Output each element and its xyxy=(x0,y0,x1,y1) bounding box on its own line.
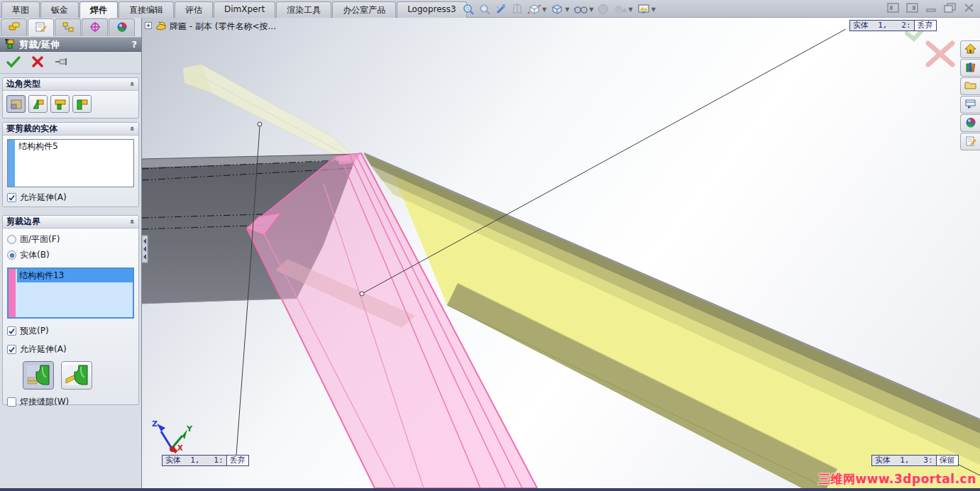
display-style-icon[interactable]: ▼ xyxy=(549,2,570,16)
hide-show-items-icon[interactable]: ▼ xyxy=(572,2,594,16)
watermark: 三维网www.3dportal.cn xyxy=(818,471,976,487)
trim-boundary-list[interactable]: 结构构件13 xyxy=(7,267,134,319)
panel-splitter-handle[interactable] xyxy=(142,236,148,263)
end-butt1-button[interactable] xyxy=(50,95,70,113)
task-pane-appearances-tab[interactable] xyxy=(960,114,980,132)
checkbox-checked-icon[interactable] xyxy=(7,326,16,336)
trim-result-buttons xyxy=(23,361,138,390)
appearances-sphere-icon xyxy=(965,117,976,130)
group-corner-type: 边角类型 « xyxy=(2,77,139,118)
confirm-cancel-icon[interactable] xyxy=(928,43,952,65)
callout-action-button[interactable]: 丢弃 xyxy=(226,456,248,465)
dropdown-arrow-icon[interactable]: ▼ xyxy=(542,6,546,13)
dropdown-arrow-icon[interactable]: ▼ xyxy=(651,6,656,13)
task-pane-tabs xyxy=(960,40,980,150)
dropdown-arrow-icon[interactable]: ▼ xyxy=(589,6,593,13)
radio-face-plane-row: 面/平面(F) xyxy=(7,233,138,246)
radio-label[interactable]: 面/平面(F) xyxy=(20,233,60,246)
zoom-to-area-icon[interactable] xyxy=(478,2,492,16)
restore-icon[interactable] xyxy=(944,3,957,15)
3d-scene[interactable]: Z Y X xyxy=(142,18,980,488)
tab-property-manager[interactable] xyxy=(28,18,54,36)
tab-sketch[interactable]: 草图 xyxy=(1,1,40,18)
tab-office-products[interactable]: 办公室产品 xyxy=(332,1,396,18)
tree-expand-icon[interactable] xyxy=(145,22,153,32)
checkbox-checked-icon[interactable] xyxy=(7,345,16,354)
bodies-to-trim-list[interactable]: 结构构件5 xyxy=(7,139,134,187)
tab-direct-editing[interactable]: 直接编辑 xyxy=(119,1,174,18)
cancel-button[interactable] xyxy=(31,55,44,70)
tab-feature-manager[interactable] xyxy=(1,18,27,36)
tab-sheet-metal[interactable]: 钣金 xyxy=(40,1,79,18)
ok-button[interactable] xyxy=(6,55,21,70)
checkbox-unchecked-icon[interactable] xyxy=(7,397,16,407)
end-miter-button[interactable] xyxy=(28,95,48,113)
checkbox-label[interactable]: 允许延伸(A) xyxy=(20,343,67,355)
group-header-bodies[interactable]: 要剪裁的实体 « xyxy=(3,123,138,136)
radio-selected-icon[interactable] xyxy=(7,250,16,260)
radio-label[interactable]: 实体(B) xyxy=(20,249,50,261)
tab-configuration-manager[interactable] xyxy=(55,18,81,36)
display-manager-icon xyxy=(116,21,128,35)
zoom-to-fit-icon[interactable] xyxy=(461,2,475,16)
corner-type-buttons xyxy=(3,91,138,117)
group-header-corner-type[interactable]: 边角类型 « xyxy=(3,78,138,91)
view-orientation-icon[interactable]: ▼ xyxy=(527,2,547,16)
tab-dimxpert[interactable]: DimXpert xyxy=(214,1,275,18)
end-butt2-button[interactable] xyxy=(72,95,92,113)
checkbox-checked-icon[interactable] xyxy=(7,193,16,202)
folder-icon xyxy=(964,80,976,92)
flyout-feature-tree: 牌匾 - 副本 (零件名称<按... xyxy=(145,21,276,33)
list-item-selected[interactable]: 结构构件13 xyxy=(17,269,133,282)
dropdown-arrow-icon[interactable]: ▼ xyxy=(565,6,569,13)
tab-logopress3[interactable]: Logopress3 xyxy=(397,1,467,18)
apply-scene-icon[interactable]: ▼ xyxy=(636,2,656,16)
tab-render-tools[interactable]: 渲染工具 xyxy=(276,1,331,18)
task-pane-view-palette-tab[interactable] xyxy=(960,96,980,114)
collapse-chevron-icon[interactable]: « xyxy=(128,82,137,87)
collapse-chevron-icon[interactable]: « xyxy=(128,126,137,131)
dropdown-arrow-icon[interactable]: ▼ xyxy=(628,6,632,13)
task-pane-file-explorer-tab[interactable] xyxy=(960,77,980,95)
heads-up-view-toolbar: ▼ ▼ ▼ ▼ ▼ xyxy=(461,1,656,17)
group-header-boundary[interactable]: 剪裁边界 « xyxy=(3,216,138,228)
design-library-icon xyxy=(965,62,976,75)
callout-body-3: 实体 1, 3: 保留 xyxy=(871,455,959,466)
radio-unselected-icon[interactable] xyxy=(7,235,16,244)
checkbox-label[interactable]: 允许延伸(A) xyxy=(20,192,67,204)
trim-keep-both-button[interactable] xyxy=(23,361,54,390)
pane-left-icon[interactable] xyxy=(887,3,899,15)
minimize-icon[interactable] xyxy=(925,3,937,15)
task-pane-home-tab[interactable] xyxy=(960,40,980,58)
tab-display-manager[interactable] xyxy=(109,18,135,36)
view-palette-icon xyxy=(964,99,976,111)
trim-discard-button[interactable] xyxy=(61,361,92,390)
dimxpert-manager-icon xyxy=(89,21,101,35)
task-pane-custom-properties-tab[interactable] xyxy=(960,133,980,150)
task-pane-design-library-tab[interactable] xyxy=(960,59,980,77)
tab-dimxpert-manager[interactable] xyxy=(82,18,108,36)
checkbox-label[interactable]: 预览(P) xyxy=(20,325,49,337)
callout-action-button[interactable]: 保留 xyxy=(936,456,958,465)
magnified-selection-icon[interactable] xyxy=(494,2,508,16)
tab-evaluate[interactable]: 评估 xyxy=(175,1,213,18)
section-view-icon[interactable] xyxy=(510,2,524,16)
tab-weldments[interactable]: 焊件 xyxy=(79,1,118,18)
beam-preview-ghost[interactable] xyxy=(183,65,350,158)
callout-action-button[interactable]: 丢弃 xyxy=(914,21,936,31)
graphics-viewport[interactable]: Z Y X 牌匾 - 副本 (零件名称<按... 实体 1, 2: 丢弃 实体 … xyxy=(142,18,980,488)
collapse-chevron-icon[interactable]: « xyxy=(128,219,137,224)
command-tabs: 草图 钣金 焊件 直接编辑 评估 DimXpert 渲染工具 办公室产品 Log… xyxy=(1,1,468,18)
pin-button[interactable] xyxy=(54,56,70,70)
property-manager-title-bar: 剪裁/延伸 ? xyxy=(0,37,141,52)
configuration-manager-icon xyxy=(62,21,75,35)
list-item[interactable]: 结构构件5 xyxy=(16,140,133,153)
pane-right-icon[interactable] xyxy=(906,3,918,15)
end-trim-button[interactable] xyxy=(6,95,26,113)
help-button[interactable]: ? xyxy=(131,39,137,50)
checkbox-label[interactable]: 焊接缝隙(W) xyxy=(20,396,69,408)
close-icon[interactable] xyxy=(964,3,974,15)
group-trim-boundary: 剪裁边界 « 面/平面(F) 实体(B) 结构构件13 预览(P) 允许延伸(A… xyxy=(2,215,139,405)
selection-color-strip-pink xyxy=(9,269,16,317)
tree-root-label[interactable]: 牌匾 - 副本 (零件名称<按... xyxy=(170,21,276,33)
